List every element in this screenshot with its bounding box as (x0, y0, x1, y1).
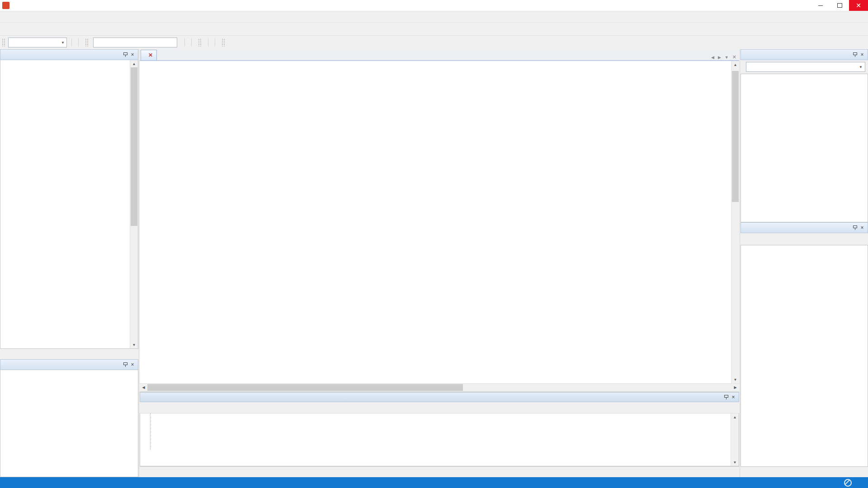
file-open-input[interactable] (93, 38, 177, 47)
toolbar-grip (198, 38, 202, 47)
right-dock-tabs (741, 467, 868, 477)
ddo-tree (741, 245, 868, 467)
output-header: × (140, 392, 739, 402)
toolbar-grip (2, 38, 5, 47)
dataflex-studio-window: ✕ ▼ (0, 0, 868, 488)
close-panel-icon[interactable]: × (859, 225, 866, 231)
scroll-up-icon[interactable]: ▲ (731, 61, 739, 68)
close-panel-icon[interactable]: × (129, 361, 136, 368)
current-project-dropdown[interactable]: ▼ (746, 62, 865, 72)
ddo-explorer-toolbar (741, 233, 868, 245)
menu-bar (0, 11, 868, 22)
left-dock-tabs (0, 349, 138, 359)
pin-icon[interactable] (851, 225, 859, 231)
title-bar: ✕ (0, 0, 868, 11)
scroll-up-icon[interactable]: ▲ (130, 60, 138, 67)
close-panel-icon[interactable]: × (859, 52, 866, 58)
workspace-tree (741, 74, 868, 222)
file-navigator-list (0, 370, 138, 477)
pin-icon[interactable] (851, 52, 859, 58)
class-palette-header: × (0, 49, 138, 60)
workspace-explorer-header: × (741, 49, 868, 60)
scroll-tabs-right-icon[interactable]: ▶ (718, 55, 721, 60)
scroll-down-icon[interactable]: ▼ (731, 459, 739, 466)
pin-icon[interactable] (122, 361, 129, 368)
close-document-icon[interactable]: ✕ (732, 54, 736, 60)
app-logo-icon (2, 2, 9, 9)
scroll-down-icon[interactable]: ▼ (731, 376, 739, 383)
file-navigator-header: × (0, 359, 138, 370)
chevron-down-icon: ▼ (859, 65, 863, 69)
pin-icon[interactable] (722, 394, 730, 401)
output-toolbar (140, 402, 739, 413)
close-panel-icon[interactable]: × (730, 394, 737, 401)
scroll-right-icon[interactable]: ▶ (731, 385, 739, 389)
chevron-down-icon: ▼ (61, 41, 65, 45)
editor-horizontal-scrollbar[interactable]: ◀ ▶ (140, 383, 739, 391)
output-panel: × ▲ ▼ (140, 391, 739, 466)
ddo-explorer-header: × (741, 222, 868, 233)
tab-list-icon[interactable]: ▼ (725, 55, 729, 60)
scroll-tabs-left-icon[interactable]: ◀ (711, 55, 714, 60)
editor-vertical-scrollbar[interactable]: ▲ ▼ (731, 61, 739, 383)
project-selector-dropdown[interactable]: ▼ (8, 38, 67, 47)
output-scrollbar[interactable]: ▲ ▼ (731, 413, 739, 466)
close-tab-icon[interactable]: ✕ (148, 52, 153, 58)
toolbar-grip (85, 38, 89, 47)
scroll-down-icon[interactable]: ▼ (130, 341, 138, 348)
code-editor[interactable]: ▲ ▼ (140, 61, 739, 383)
scroll-up-icon[interactable]: ▲ (731, 413, 739, 421)
close-panel-icon[interactable]: × (129, 52, 136, 58)
close-button[interactable]: ✕ (849, 0, 868, 11)
right-dock: × ▼ × (741, 49, 868, 477)
left-dock: × ▲ ▼ × (0, 49, 140, 477)
project-toolbar: ▼ (0, 35, 868, 49)
output-list: ▲ ▼ (140, 413, 739, 466)
toolbar-grip (222, 38, 225, 47)
output-tab-bar (140, 466, 739, 477)
pin-icon[interactable] (122, 52, 129, 58)
readonly-ban-icon (844, 479, 852, 487)
maximize-button[interactable] (830, 0, 849, 11)
main-toolbar (0, 22, 868, 35)
editor-tab-bar: ✕ ◀ ▶ ▼ ✕ (140, 49, 739, 61)
class-palette-scrollbar[interactable]: ▲ ▼ (130, 60, 138, 348)
minimize-button[interactable] (811, 0, 830, 11)
current-project-row: ▼ (741, 60, 868, 74)
class-palette-list: ▲ ▼ (0, 60, 138, 349)
editor-tab[interactable]: ✕ (141, 50, 157, 60)
status-bar (0, 477, 868, 488)
scroll-left-icon[interactable]: ◀ (140, 385, 147, 389)
editor-area: ✕ ◀ ▶ ▼ ✕ ▲ ▼ ◀ ▶ (140, 49, 741, 477)
